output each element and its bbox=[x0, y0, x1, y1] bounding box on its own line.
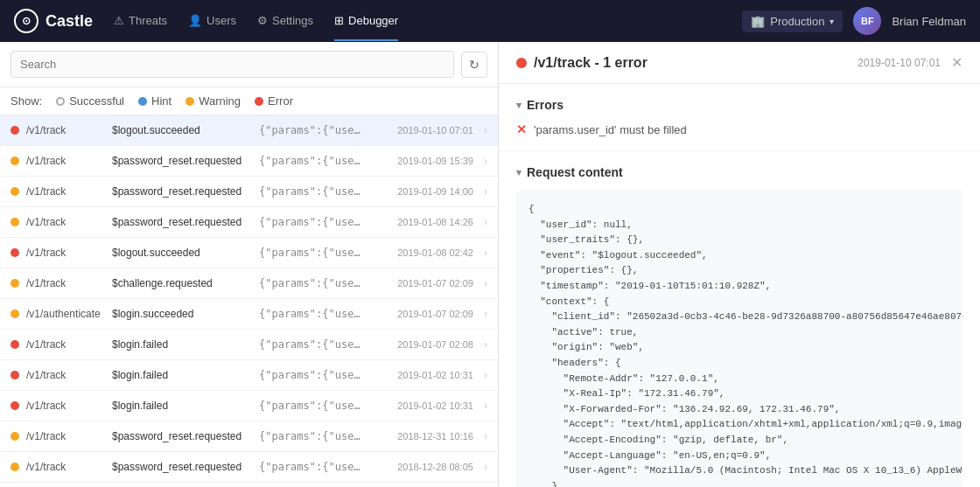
row-params: {"params":{"user_id":... bbox=[259, 185, 366, 198]
row-time: 2019-01-09 15:39 bbox=[373, 156, 473, 166]
row-endpoint: /v1/authenticate bbox=[26, 308, 105, 320]
row-time: 2019-01-07 02:09 bbox=[373, 278, 473, 289]
row-endpoint: /v1/track bbox=[26, 247, 105, 259]
row-params: {"params":{"user_id":... bbox=[259, 277, 366, 289]
code-block: { "user_id": null, "user_traits": {}, "e… bbox=[516, 190, 962, 487]
warning-dot bbox=[186, 97, 194, 106]
row-status-dot bbox=[10, 218, 19, 226]
row-params: {"params":{"user_id":... bbox=[259, 400, 366, 412]
logo[interactable]: ⊙ Castle bbox=[14, 9, 93, 33]
nav-settings-label: Settings bbox=[272, 14, 313, 27]
threats-icon: ⚠ bbox=[114, 14, 124, 27]
row-event: $password_reset.requested bbox=[112, 461, 252, 473]
users-icon: 👤 bbox=[188, 14, 202, 27]
row-status-dot bbox=[10, 157, 19, 165]
row-arrow-icon: › bbox=[484, 277, 487, 289]
settings-icon: ⚙ bbox=[257, 14, 268, 27]
nav-settings[interactable]: ⚙ Settings bbox=[257, 2, 313, 41]
debugger-icon: ⊞ bbox=[334, 14, 344, 27]
row-arrow-icon: › bbox=[484, 461, 487, 473]
row-endpoint: /v1/track bbox=[26, 155, 105, 167]
detail-status-dot bbox=[516, 58, 527, 68]
row-time: 2019-01-10 07:01 bbox=[373, 125, 473, 136]
row-params: {"params":{"user_id":... bbox=[259, 247, 366, 259]
list-item[interactable]: /v1/track $challenge.requested {"params"… bbox=[0, 268, 498, 299]
row-params: {"params":{"user_id":... bbox=[259, 338, 366, 351]
row-arrow-icon: › bbox=[484, 155, 487, 167]
row-status-dot bbox=[10, 463, 19, 471]
filter-successful[interactable]: Successful bbox=[56, 94, 124, 108]
row-endpoint: /v1/track bbox=[26, 430, 105, 442]
production-label: Production bbox=[770, 15, 824, 28]
refresh-button[interactable]: ↻ bbox=[461, 52, 487, 78]
errors-toggle-icon: ▾ bbox=[516, 100, 522, 111]
list-item[interactable]: /v1/track $logout.succeeded {"params":{"… bbox=[0, 238, 498, 268]
row-endpoint: /v1/track bbox=[26, 400, 105, 412]
list-item[interactable]: /v1/track $password_reset.requested {"pa… bbox=[0, 452, 498, 483]
row-status-dot bbox=[10, 279, 19, 288]
row-arrow-icon: › bbox=[484, 185, 487, 198]
list-item[interactable]: /v1/track $password_reset.requested {"pa… bbox=[0, 146, 498, 177]
row-event: $logout.succeeded bbox=[112, 247, 252, 259]
list-item[interactable]: /v1/track $login.failed {"params":{"user… bbox=[0, 360, 498, 391]
row-time: 2019-01-07 02:08 bbox=[373, 339, 473, 350]
filter-row: Show: Successful Hint Warning Error bbox=[0, 87, 498, 115]
request-section-header[interactable]: ▾ Request content bbox=[516, 165, 962, 179]
chevron-down-icon: ▾ bbox=[830, 17, 834, 26]
row-time: 2019-01-07 02:09 bbox=[373, 309, 473, 319]
row-status-dot bbox=[10, 432, 19, 441]
row-params: {"params":{"user_id":... bbox=[259, 430, 366, 442]
search-input[interactable] bbox=[10, 51, 454, 78]
filter-warning-label: Warning bbox=[199, 94, 241, 108]
filter-error-label: Error bbox=[268, 94, 293, 108]
filter-warning[interactable]: Warning bbox=[186, 94, 241, 108]
detail-timestamp: 2019-01-10 07:01 bbox=[858, 57, 941, 69]
row-status-dot bbox=[10, 340, 19, 349]
row-params: {"params":{"user_id":... bbox=[259, 461, 366, 473]
row-event: $password_reset.requested bbox=[112, 216, 252, 228]
error-x-icon: ✕ bbox=[516, 122, 527, 136]
row-status-dot bbox=[10, 187, 19, 196]
row-arrow-icon: › bbox=[484, 338, 487, 351]
row-endpoint: /v1/track bbox=[26, 124, 105, 136]
nav-threats[interactable]: ⚠ Threats bbox=[114, 2, 167, 41]
nav-users[interactable]: 👤 Users bbox=[188, 2, 236, 41]
list-item[interactable]: /v1/track $logout.succeeded {"params":{"… bbox=[0, 115, 498, 146]
row-time: 2019-01-08 02:42 bbox=[373, 247, 473, 258]
nav-debugger[interactable]: ⊞ Debugger bbox=[334, 2, 398, 41]
list-item[interactable]: /v1/authenticate $login.succeeded {"para… bbox=[0, 299, 498, 330]
row-event: $challenge.requested bbox=[112, 277, 252, 289]
user-name: Brian Feldman bbox=[892, 15, 966, 28]
row-time: 2019-01-08 14:26 bbox=[373, 217, 473, 227]
list-item[interactable]: /v1/track $login.failed {"params":{"user… bbox=[0, 330, 498, 360]
filter-successful-label: Successful bbox=[69, 94, 124, 108]
row-time: 2019-01-02 10:31 bbox=[373, 370, 473, 380]
hint-dot bbox=[138, 97, 147, 106]
errors-section: ▾ Errors ✕ 'params.user_id' must be fill… bbox=[499, 84, 980, 151]
list-item[interactable]: /v1/track $password_reset.requested {"pa… bbox=[0, 421, 498, 452]
filter-error[interactable]: Error bbox=[255, 94, 293, 108]
row-params: {"params":{"user_id":... bbox=[259, 216, 366, 228]
row-time: 2018-12-31 10:16 bbox=[373, 431, 473, 442]
close-button[interactable]: ✕ bbox=[951, 54, 962, 71]
list-item[interactable]: /v1/track $login.failed {"params":{"user… bbox=[0, 391, 498, 421]
filter-hint-label: Hint bbox=[151, 94, 172, 108]
list-item[interactable]: /v1/track $password_reset.requested {"pa… bbox=[0, 207, 498, 238]
production-selector[interactable]: 🏢 Production ▾ bbox=[742, 10, 843, 32]
row-arrow-icon: › bbox=[484, 400, 487, 412]
row-arrow-icon: › bbox=[484, 430, 487, 442]
row-time: 2019-01-09 14:00 bbox=[373, 186, 473, 197]
successful-dot bbox=[56, 97, 65, 106]
nav-users-label: Users bbox=[206, 14, 236, 27]
errors-section-header[interactable]: ▾ Errors bbox=[516, 98, 962, 112]
row-endpoint: /v1/track bbox=[26, 338, 105, 351]
row-params: {"params":{"user_id":... bbox=[259, 124, 366, 136]
row-event: $login.failed bbox=[112, 400, 252, 412]
filter-hint[interactable]: Hint bbox=[138, 94, 172, 108]
row-arrow-icon: › bbox=[484, 216, 487, 228]
detail-title-text: /v1/track - 1 error bbox=[534, 55, 648, 71]
list-item[interactable]: /v1/track $password_reset.requested {"pa… bbox=[0, 177, 498, 207]
detail-header: /v1/track - 1 error 2019-01-10 07:01 ✕ bbox=[499, 42, 980, 84]
row-params: {"params":{"user_id":... bbox=[259, 308, 366, 320]
row-arrow-icon: › bbox=[484, 308, 487, 320]
